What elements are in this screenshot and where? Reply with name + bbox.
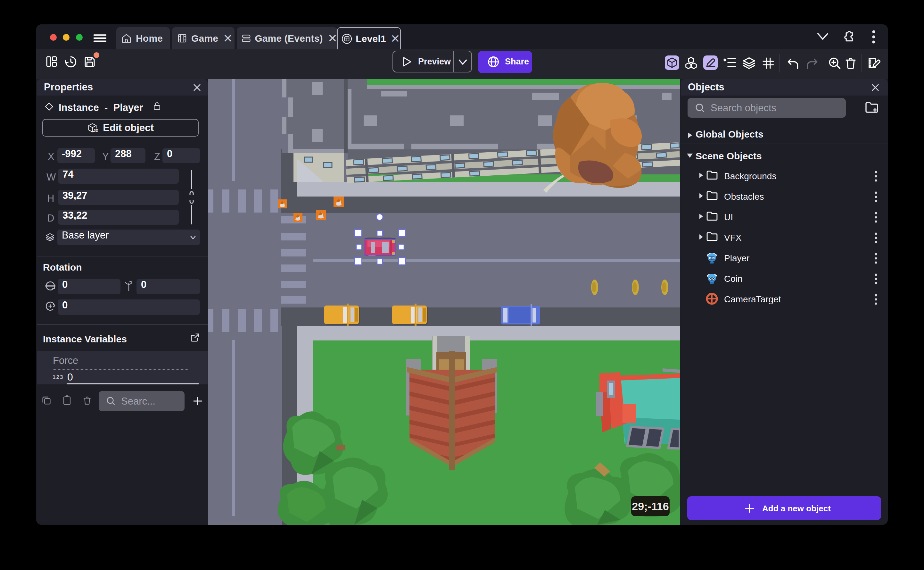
svg-text:3D: 3D bbox=[94, 129, 98, 132]
svg-text:29;-116: 29;-116 bbox=[632, 500, 669, 512]
